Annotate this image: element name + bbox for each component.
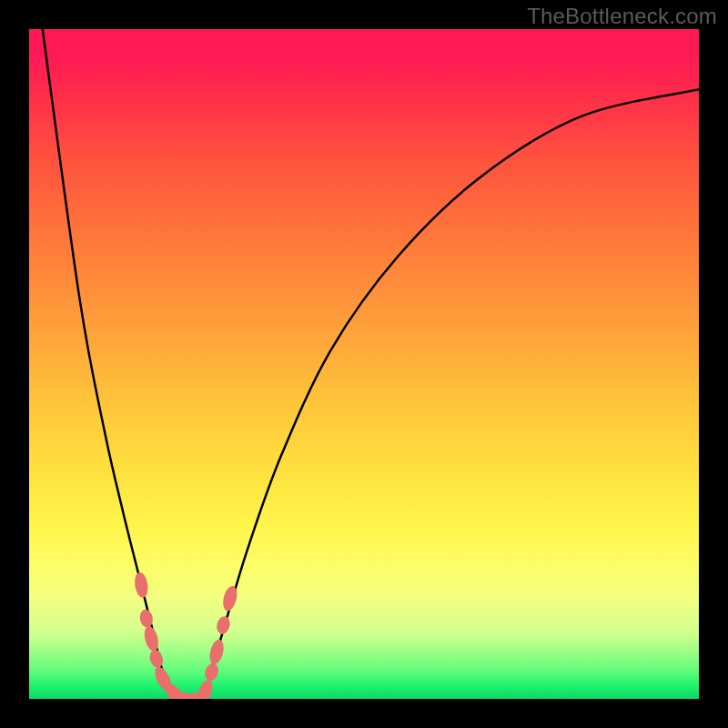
bead-marker [147, 648, 165, 669]
left-curve [43, 29, 180, 699]
bead-marker [207, 638, 226, 666]
bead-marker [195, 678, 215, 699]
right-curve [205, 89, 699, 699]
data-beads [133, 571, 239, 699]
bead-marker [133, 571, 149, 599]
bead-marker [221, 584, 239, 612]
watermark-text: TheBottleneck.com [527, 4, 717, 29]
chart-svg [29, 29, 699, 699]
bead-marker [203, 662, 220, 682]
plot-area [29, 29, 699, 699]
chart-frame: TheBottleneck.com [0, 0, 728, 728]
bead-marker [215, 615, 231, 636]
